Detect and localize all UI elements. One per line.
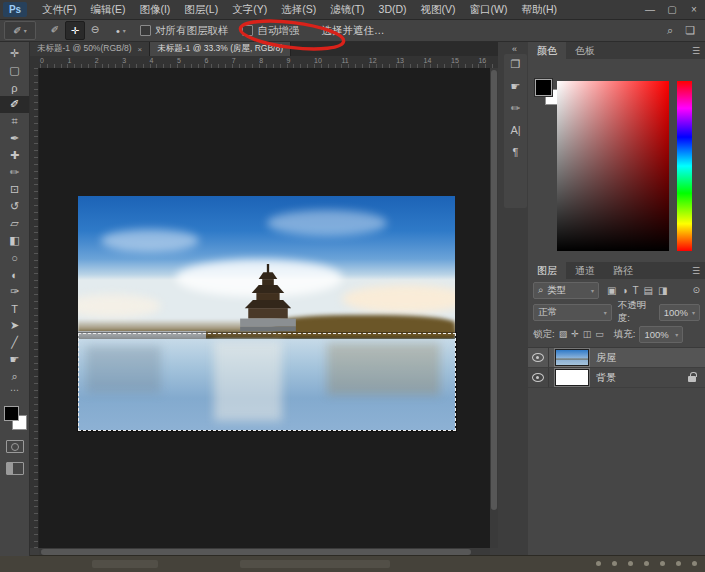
panel-menu-icon[interactable]: ☰ <box>692 42 700 59</box>
filter-type-layers-icon[interactable]: T <box>633 285 639 296</box>
opacity-input[interactable]: 100% ▾ <box>659 304 700 321</box>
filter-pixel-layers-icon[interactable]: ▣ <box>607 285 616 296</box>
saturation-brightness-picker[interactable] <box>557 81 669 251</box>
minimize-button[interactable]: — <box>639 0 661 19</box>
line-tool[interactable]: ╱ <box>0 334 29 351</box>
ruler-number: 12 <box>369 57 377 64</box>
path-select-tool[interactable]: ➤ <box>0 317 29 334</box>
fill-input[interactable]: 100% ▾ <box>639 326 683 343</box>
layer-filter-type-dropdown[interactable]: ⌕ 类型 ▾ <box>533 282 599 299</box>
document-tab-label: 未标题-1 @ 33.3% (房屋, RGB/8) <box>157 43 283 55</box>
menu-item-4[interactable]: 文字(Y) <box>225 0 274 19</box>
gradient-tool[interactable]: ◧ <box>0 232 29 249</box>
search-icon: ⌕ <box>538 284 543 296</box>
search-icon[interactable]: ⌕ <box>667 24 673 37</box>
lock-transparent-icon[interactable]: ▨ <box>559 329 568 339</box>
quick-selection-tool[interactable]: ✐ <box>0 96 29 113</box>
edit-toolbar-icon[interactable]: ⋯ <box>10 385 19 399</box>
filter-smart-object-icon[interactable]: ◨ <box>658 285 667 296</box>
layer-visibility-toggle[interactable] <box>528 368 549 387</box>
foreground-color-swatch[interactable] <box>535 79 552 96</box>
menu-item-10[interactable]: 帮助(H) <box>515 0 565 19</box>
tools-panel: ✛▢ρ✐⌗✒✚✏⊡↺▱◧○◐✑T➤╱☛⌕ ⋯ <box>0 42 30 556</box>
layer-row-house[interactable]: 房屋 <box>528 348 705 368</box>
menu-item-0[interactable]: 文件(F) <box>35 0 83 19</box>
collapse-panels-icon[interactable]: « <box>512 44 517 54</box>
crop-tool[interactable]: ⌗ <box>0 113 29 130</box>
tab-channels[interactable]: 通道 <box>566 262 604 279</box>
brush-tool[interactable]: ✏ <box>0 164 29 181</box>
paragraph-panel-icon[interactable]: ¶ <box>513 146 519 158</box>
menu-item-5[interactable]: 选择(S) <box>274 0 323 19</box>
menu-bar: Ps 文件(F)编辑(E)图像(I)图层(L)文字(Y)选择(S)滤镜(T)3D… <box>0 0 705 20</box>
tab-layers[interactable]: 图层 <box>528 262 566 279</box>
panel-menu-icon[interactable]: ☰ <box>692 262 700 279</box>
layer-row-background[interactable]: 背景 <box>528 368 705 388</box>
filter-group-layers-icon[interactable]: ▤ <box>644 285 653 296</box>
blur-tool[interactable]: ○ <box>0 249 29 266</box>
learn-panel-icon[interactable]: ☛ <box>511 80 521 92</box>
maximize-button[interactable]: ▢ <box>661 0 683 19</box>
layer-visibility-toggle[interactable] <box>528 348 549 367</box>
lock-pixels-icon[interactable]: ✛ <box>571 329 579 339</box>
brushes-panel-icon[interactable]: ✏ <box>511 102 520 114</box>
history-brush-tool[interactable]: ↺ <box>0 198 29 215</box>
lock-artboard-icon[interactable]: ▭ <box>595 329 604 339</box>
close-button[interactable]: × <box>683 0 705 19</box>
lasso-tool[interactable]: ρ <box>0 79 29 96</box>
vertical-scrollbar[interactable] <box>490 68 498 548</box>
pen-tool[interactable]: ✑ <box>0 283 29 300</box>
tool-preset-picker[interactable]: ✐ ▾ <box>4 21 36 40</box>
select-and-mask-button[interactable]: 选择并遮住… <box>315 22 390 40</box>
marquee-tool[interactable]: ▢ <box>0 62 29 79</box>
character-panel-icon[interactable]: A| <box>510 124 520 136</box>
menu-item-3[interactable]: 图层(L) <box>177 0 225 19</box>
dodge-tool[interactable]: ◐ <box>0 266 29 283</box>
screen-mode-icon[interactable] <box>6 462 24 475</box>
close-tab-icon[interactable]: × <box>138 45 143 54</box>
clone-stamp-tool[interactable]: ⊡ <box>0 181 29 198</box>
eraser-tool[interactable]: ▱ <box>0 215 29 232</box>
taskbar-item <box>92 560 158 568</box>
lock-position-icon[interactable]: ◫ <box>583 329 592 339</box>
lock-icon <box>688 376 696 382</box>
auto-enhance-checkbox[interactable]: 自动增强 <box>242 24 299 38</box>
quick-mask-icon[interactable] <box>6 440 24 453</box>
workspace-switcher-icon[interactable]: ❏ <box>685 24 695 37</box>
add-to-selection-icon[interactable]: ✛ <box>65 21 85 40</box>
system-tray <box>596 561 697 566</box>
blend-mode-value: 正常 <box>538 306 557 319</box>
foreground-color-swatch[interactable] <box>4 406 19 421</box>
document-tab-active[interactable]: 未标题-1 @ 33.3% (房屋, RGB/8) <box>150 42 291 56</box>
layer-thumbnail[interactable] <box>555 369 589 386</box>
filter-adjustment-layers-icon[interactable]: ◑ <box>621 285 627 296</box>
hue-slider[interactable] <box>677 81 692 251</box>
move-tool[interactable]: ✛ <box>0 45 29 62</box>
tab-paths[interactable]: 路径 <box>604 262 642 279</box>
document-tab[interactable]: 未标题-1 @ 50%(RGB/8) × <box>30 42 150 56</box>
tab-color[interactable]: 颜色 <box>528 42 566 59</box>
new-selection-icon[interactable]: ✐ <box>46 21 64 38</box>
tab-swatches[interactable]: 色板 <box>566 42 604 59</box>
brush-size-picker[interactable]: • ▾ <box>116 25 126 37</box>
blend-mode-dropdown[interactable]: 正常 ▾ <box>533 304 612 321</box>
healing-brush-tool[interactable]: ✚ <box>0 147 29 164</box>
color-swatches <box>3 405 27 431</box>
type-tool[interactable]: T <box>0 300 29 317</box>
photoshop-logo: Ps <box>3 2 27 17</box>
menu-item-8[interactable]: 视图(V) <box>414 0 463 19</box>
ruler-number: 6 <box>204 57 208 64</box>
layer-thumbnail[interactable] <box>555 349 589 366</box>
eyedropper-tool[interactable]: ✒ <box>0 130 29 147</box>
zoom-tool[interactable]: ⌕ <box>0 368 29 385</box>
filter-pin-icon[interactable]: ⊙ <box>692 285 700 295</box>
menu-item-1[interactable]: 编辑(E) <box>83 0 132 19</box>
sample-all-layers-checkbox[interactable]: 对所有图层取样 <box>140 24 229 38</box>
menu-item-9[interactable]: 窗口(W) <box>463 0 515 19</box>
menu-item-6[interactable]: 滤镜(T) <box>323 0 371 19</box>
hand-tool[interactable]: ☛ <box>0 351 29 368</box>
subtract-from-selection-icon[interactable]: ⊖ <box>86 21 104 38</box>
menu-item-7[interactable]: 3D(D) <box>372 0 414 19</box>
properties-panel-icon[interactable]: ❐ <box>511 58 521 70</box>
menu-item-2[interactable]: 图像(I) <box>132 0 177 19</box>
